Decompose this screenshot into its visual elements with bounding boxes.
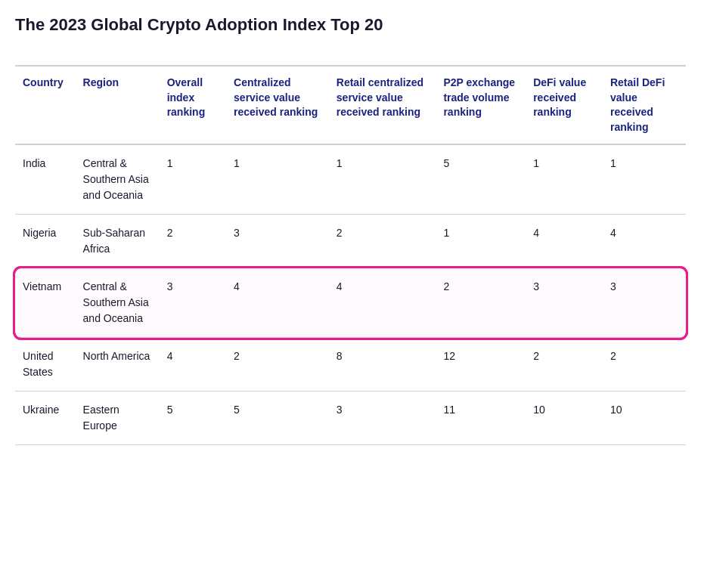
table-cell: 4 xyxy=(526,215,603,268)
table-cell: Central & Southern Asia and Oceania xyxy=(76,268,160,338)
table-cell: 4 xyxy=(603,215,686,268)
table-cell: India xyxy=(15,144,76,215)
table-row: United StatesNorth America4281222 xyxy=(15,338,686,391)
table-cell: Sub-Saharan Africa xyxy=(76,215,160,268)
col-header-overall: Overall index ranking xyxy=(160,66,226,144)
table-cell: 1 xyxy=(226,144,329,215)
table-cell: 2 xyxy=(603,338,686,391)
page-title: The 2023 Global Crypto Adoption Index To… xyxy=(15,15,686,42)
table-row: NigeriaSub-Saharan Africa232144 xyxy=(15,215,686,268)
table-cell: Vietnam xyxy=(15,268,76,338)
table-cell: 10 xyxy=(526,391,603,445)
table-cell: 4 xyxy=(329,268,436,338)
table-cell: 3 xyxy=(226,215,329,268)
col-header-defi: DeFi value received ranking xyxy=(526,66,603,144)
table-cell: 10 xyxy=(603,391,686,445)
table-cell: 1 xyxy=(160,144,226,215)
table-cell: 5 xyxy=(226,391,329,445)
table-cell: Eastern Europe xyxy=(76,391,160,445)
table-cell: 3 xyxy=(160,268,226,338)
col-header-centralized: Centralized service value received ranki… xyxy=(226,66,329,144)
table-cell: 2 xyxy=(226,338,329,391)
table-cell: 11 xyxy=(436,391,526,445)
table-cell: 1 xyxy=(436,215,526,268)
table-cell: Central & Southern Asia and Oceania xyxy=(76,144,160,215)
col-header-retail-defi: Retail DeFi value received ranking xyxy=(603,66,686,144)
table-cell: 4 xyxy=(226,268,329,338)
col-header-retail-centralized: Retail centralized service value receive… xyxy=(329,66,436,144)
table-cell: 2 xyxy=(329,215,436,268)
table-row: IndiaCentral & Southern Asia and Oceania… xyxy=(15,144,686,215)
table-cell: 3 xyxy=(526,268,603,338)
table-cell: 1 xyxy=(526,144,603,215)
crypto-adoption-table: Country Region Overall index ranking Cen… xyxy=(15,65,686,445)
table-cell: 5 xyxy=(160,391,226,445)
col-header-region: Region xyxy=(76,66,160,144)
table-cell: North America xyxy=(76,338,160,391)
table-cell: 2 xyxy=(526,338,603,391)
table-cell: 12 xyxy=(436,338,526,391)
table-cell: 8 xyxy=(329,338,436,391)
table-row: VietnamCentral & Southern Asia and Ocean… xyxy=(15,268,686,338)
table-cell: 3 xyxy=(603,268,686,338)
table-cell: 4 xyxy=(160,338,226,391)
table-cell: Ukraine xyxy=(15,391,76,445)
table-cell: 1 xyxy=(603,144,686,215)
col-header-country: Country xyxy=(15,66,76,144)
col-header-p2p: P2P exchange trade volume ranking xyxy=(436,66,526,144)
table-cell: 2 xyxy=(160,215,226,268)
table-cell: 3 xyxy=(329,391,436,445)
table-cell: 1 xyxy=(329,144,436,215)
table-row: UkraineEastern Europe553111010 xyxy=(15,391,686,445)
table-cell: United States xyxy=(15,338,76,391)
table-cell: 5 xyxy=(436,144,526,215)
table-cell: 2 xyxy=(436,268,526,338)
table-cell: Nigeria xyxy=(15,215,76,268)
